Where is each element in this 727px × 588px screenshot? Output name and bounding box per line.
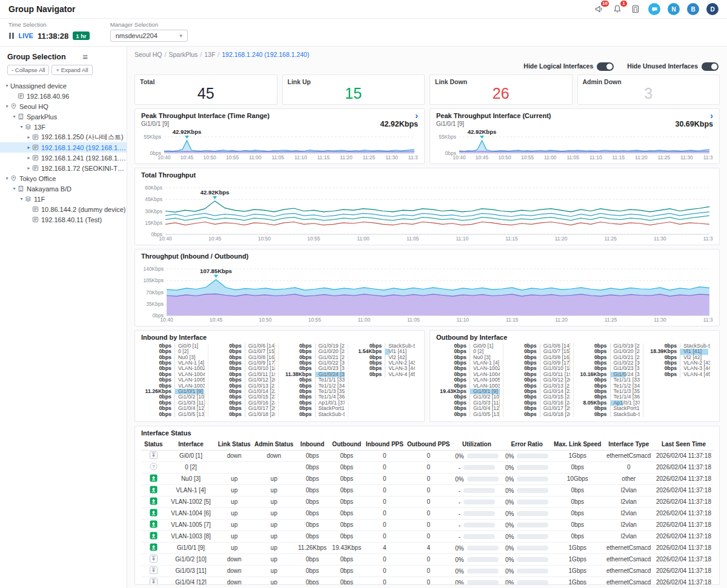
column-header-link-status[interactable]: Link Status <box>216 438 253 451</box>
column-header-status[interactable]: Status <box>141 438 166 451</box>
cell: 0% <box>451 553 502 565</box>
column-header-admin-status[interactable]: Admin Status <box>253 438 295 451</box>
tree-item[interactable]: ▸192.168.1.240 (192.168.1.2... <box>0 142 127 153</box>
tree-item[interactable]: ▾Seoul HQ <box>0 101 127 111</box>
table-row[interactable]: ?0 [2]0bps0bps00-0%0bps02026/02/04 11:37… <box>141 461 713 473</box>
app-circle-icon-1[interactable]: N <box>668 3 680 15</box>
column-header-interface-type[interactable]: Interface Type <box>603 438 654 451</box>
cell: up <box>253 553 295 565</box>
table-row[interactable]: Gi0/0 [1]downdown0bps0bps000%0%1Gbpsethe… <box>141 450 713 461</box>
tree-item[interactable]: ▾13F <box>0 122 127 132</box>
table-row[interactable]: Gi1/0/4 [12]downup0bps0bps000%0%1Gbpseth… <box>141 576 713 585</box>
column-header-inbound[interactable]: Inbound <box>295 438 329 451</box>
column-header-max-link-speed[interactable]: Max. Link Speed <box>552 438 603 451</box>
table-row[interactable]: Gi1/0/2 [10]downup0bps0bps000%0%1Gbpseth… <box>141 553 713 565</box>
interface-name: VLAN-1005 [7] <box>174 377 205 383</box>
chevron-down-icon[interactable]: ▾ <box>4 83 10 88</box>
cell: other <box>603 473 654 484</box>
table-row[interactable]: Nu0 [3]upup0bps0bps000%0%10Gbpsother2026… <box>141 473 713 484</box>
column-header-interface[interactable]: Interface <box>166 438 216 451</box>
chevron-right-icon[interactable]: ▸ <box>25 145 32 150</box>
cell: 0bps <box>330 519 364 530</box>
chevron-right-icon[interactable]: ▸ <box>25 155 32 160</box>
table-row[interactable]: Gi1/0/1 [9]upup11.26Kbps19.43Kbps440%0%1… <box>141 542 713 553</box>
chevron-down-icon[interactable]: ▾ <box>4 104 10 109</box>
column-header-outbound[interactable]: Outbound <box>330 438 364 451</box>
interface-throughput-item: 0bpsGi1/0/4 [12] <box>436 406 500 411</box>
cell: - <box>451 484 502 496</box>
interface-name: Vl2 [42] <box>385 355 415 360</box>
tree-item[interactable]: ▾Tokyo Office <box>0 173 127 183</box>
hide-logical-toggle[interactable] <box>597 62 614 71</box>
column-header-inbound-pps[interactable]: Inbound PPS <box>364 438 405 451</box>
column-header-error-ratio[interactable]: Error Ratio <box>502 438 552 451</box>
breadcrumb-separator: / <box>200 51 202 58</box>
interface-throughput-item: 19.43KbpsGi1/0/1 [9] <box>436 389 500 394</box>
column-header-utilization[interactable]: Utilization <box>451 438 502 451</box>
announcement-icon[interactable]: 10 <box>594 4 605 15</box>
interface-name: Gi1/0/9 [17] <box>245 360 275 366</box>
tree-item[interactable]: ▾Unassigned device <box>0 81 127 91</box>
cell: 0 <box>405 530 452 542</box>
chevron-right-icon[interactable]: ▸ <box>25 165 32 171</box>
expand-all-button[interactable]: + Expand All <box>51 65 92 75</box>
breadcrumb-link[interactable]: SparkPlus <box>168 51 198 58</box>
avatar[interactable]: D <box>706 3 719 15</box>
location-icon <box>10 103 19 110</box>
utilization-bar <box>463 511 495 516</box>
table-row[interactable]: Gi1/0/3 [11]downup0bps0bps000%0%1Gbpseth… <box>141 565 713 576</box>
tree-item[interactable]: 192.168.40.96 <box>0 91 127 101</box>
hide-unused-toggle[interactable] <box>702 62 719 71</box>
chevron-down-icon[interactable]: ▾ <box>11 186 18 191</box>
interface-name: Gi1/0/14 [22] <box>245 389 275 394</box>
svg-text:11:20: 11:20 <box>635 154 648 160</box>
cell: down <box>216 450 253 461</box>
tree-item[interactable]: 192.168.40.11 (Test) <box>0 214 127 225</box>
svg-text:105Kbps: 105Kbps <box>143 277 164 283</box>
table-row[interactable]: VLAN-1002 [5]upup0bps0bps00-0%0bpsl2vlan… <box>141 496 713 507</box>
card-title: Interface Status <box>141 429 713 437</box>
breadcrumb-link[interactable]: Seoul HQ <box>134 51 162 58</box>
chevron-right-icon[interactable]: › <box>415 112 418 119</box>
utilization-bar <box>463 465 495 470</box>
menu-icon[interactable]: ≡ <box>82 53 88 61</box>
chevron-right-icon[interactable]: › <box>710 112 713 119</box>
chevron-right-icon[interactable]: ▸ <box>25 134 32 140</box>
pause-button[interactable] <box>8 32 15 39</box>
table-row[interactable]: VLAN-1 [4]upup0bps0bps00-0%0bpsl2vlan202… <box>141 484 713 496</box>
tree-item[interactable]: ▸192.168.1.250 (사나테스트) <box>0 132 127 142</box>
chat-icon[interactable] <box>648 3 660 15</box>
cell: 0% <box>502 553 552 565</box>
manager-select[interactable]: nmsdevu2204 ▾ <box>110 30 188 42</box>
chevron-down-icon[interactable]: ▾ <box>18 124 25 130</box>
cell: VLAN-1005 [7] <box>166 519 216 530</box>
chevron-down-icon[interactable]: ▾ <box>18 196 25 202</box>
tree-item[interactable]: ▾11F <box>0 194 127 204</box>
calculator-icon[interactable] <box>630 4 641 15</box>
tree-item[interactable]: ▸192.168.1.72 (SEOKINI-TEST) <box>0 163 127 173</box>
tree-item[interactable]: ▸192.168.1.241 (192.168.1.2... <box>0 153 127 163</box>
collapse-all-button[interactable]: - Collapse All <box>7 65 49 75</box>
bell-icon[interactable]: 1 <box>612 4 623 15</box>
chevron-down-icon[interactable]: ▾ <box>4 176 10 181</box>
stat-value-admin-down: 3 <box>583 85 715 101</box>
interface-name: StackSub-St1-2 [40] <box>385 343 415 349</box>
tree-item[interactable]: 10.86.144.2 (dummy device) <box>0 204 127 214</box>
interface-throughput-item: 0bpsGi1/0/8 [16] <box>506 355 570 360</box>
app-circle-icon-2[interactable]: B <box>687 3 699 15</box>
table-row[interactable]: VLAN-1004 [6]upup0bps0bps00-0%0bpsl2vlan… <box>141 507 713 519</box>
tree-item[interactable]: ▾Nakayama B/D <box>0 183 127 194</box>
table-row[interactable]: VLAN-1005 [7]upup0bps0bps00-0%0bpsl2vlan… <box>141 519 713 530</box>
interface-name: VLAN-3 [44] <box>680 366 710 371</box>
cell: l2vlan <box>603 484 654 496</box>
column-header-outbound-pps[interactable]: Outbound PPS <box>405 438 452 451</box>
time-range-badge[interactable]: 1 hr <box>73 31 89 40</box>
interface-name: Gi1/0/17 [25] <box>245 406 275 411</box>
interface-throughput-item: 0bpsGi1/0/16 [24] <box>506 400 570 406</box>
tree-item[interactable]: ▾SparkPlus <box>0 111 127 122</box>
breadcrumb-link[interactable]: 13F <box>204 51 215 58</box>
chevron-down-icon[interactable]: ▾ <box>11 114 18 119</box>
interface-throughput-item: 0bpsGi1/0/10 [18] <box>506 366 570 371</box>
column-header-last-seen-time[interactable]: Last Seen Time <box>654 438 713 451</box>
table-row[interactable]: VLAN-1003 [8]upup0bps0bps00-0%0bpsl2vlan… <box>141 530 713 542</box>
